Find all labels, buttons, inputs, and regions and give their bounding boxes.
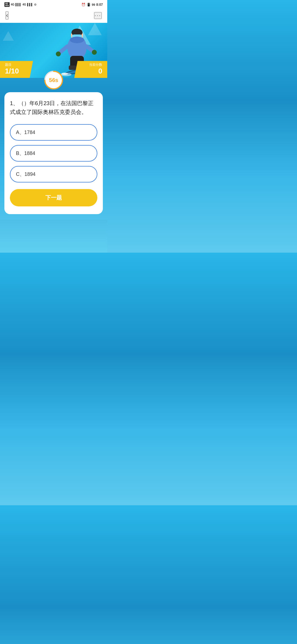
triangle-shape-3 bbox=[3, 31, 14, 41]
signal-bars: ▌▌▌ bbox=[15, 3, 21, 6]
bottom-area bbox=[0, 220, 107, 253]
svg-line-6 bbox=[59, 46, 67, 53]
question-text: 1、（）年6月23日，在法国巴黎正式成立了国际奥林匹克委员会。 bbox=[10, 99, 97, 116]
battery-percent: 99 bbox=[92, 3, 95, 6]
svg-point-8 bbox=[56, 51, 61, 56]
network-4g-2: 4G bbox=[23, 3, 26, 6]
timer-container: 56s bbox=[0, 70, 107, 90]
time: 8:07 bbox=[96, 3, 103, 7]
question-label: 题目 bbox=[5, 62, 28, 67]
nav-bar: ‹ ··· bbox=[0, 8, 107, 23]
timer-circle: 56s bbox=[44, 70, 64, 90]
next-question-button[interactable]: 下一题 bbox=[10, 189, 97, 206]
quiz-card: 1、（）年6月23日，在法国巴黎正式成立了国际奥林匹克委员会。 A、1784 B… bbox=[4, 92, 103, 214]
option-c-button[interactable]: C、1894 bbox=[10, 166, 97, 182]
svg-point-9 bbox=[92, 50, 97, 55]
wifi-icon: ⊙ bbox=[34, 3, 36, 6]
alarm-icon: ⏰ bbox=[81, 3, 86, 7]
status-bar: HDHD₂ 4G ▌▌▌ 4G ▌▌▌ ⊙ ⏰ 📳 99 8:07 bbox=[0, 0, 107, 8]
score-label: 当前分数 bbox=[79, 62, 102, 67]
more-button[interactable]: ··· bbox=[94, 12, 102, 19]
vibrate-icon: 📳 bbox=[87, 3, 91, 7]
status-left: HDHD₂ 4G ▌▌▌ 4G ▌▌▌ ⊙ bbox=[4, 2, 36, 7]
svg-point-5 bbox=[70, 37, 84, 43]
option-b-button[interactable]: B、1884 bbox=[10, 145, 97, 162]
status-right: ⏰ 📳 99 8:07 bbox=[81, 3, 103, 7]
battery: 99 bbox=[92, 3, 95, 6]
timer-text: 56s bbox=[49, 77, 58, 83]
option-a-button[interactable]: A、1784 bbox=[10, 124, 97, 141]
hero-banner: 题目 1/10 当前分数 0 bbox=[0, 23, 107, 78]
back-button[interactable]: ‹ bbox=[6, 11, 9, 20]
network-4g: 4G bbox=[11, 3, 14, 6]
signal-bars-2: ▌▌▌ bbox=[27, 3, 33, 6]
hd-badge: HDHD₂ bbox=[4, 2, 10, 7]
